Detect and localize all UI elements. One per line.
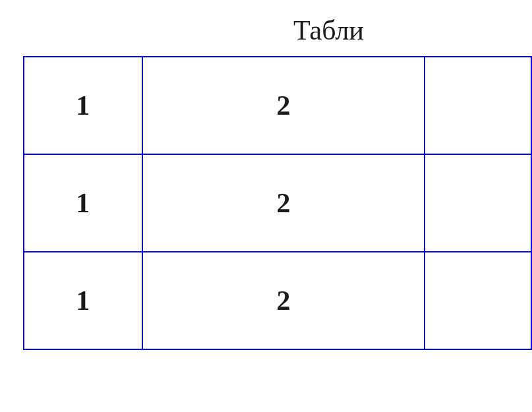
table-cell: 1 <box>24 154 142 252</box>
table-row: 1 2 <box>24 57 531 154</box>
table-cell <box>425 57 531 154</box>
table-cell: 1 <box>24 57 142 154</box>
data-table: 1 2 1 2 1 2 <box>23 56 532 350</box>
table-row: 1 2 <box>24 154 531 252</box>
table-title: Табли <box>293 15 364 46</box>
table-row: 1 2 <box>24 252 531 349</box>
table-cell: 2 <box>142 252 425 349</box>
table-cell: 2 <box>142 57 425 154</box>
table-cell <box>425 252 531 349</box>
table-cell: 2 <box>142 154 425 252</box>
table-cell <box>425 154 531 252</box>
table-cell: 1 <box>24 252 142 349</box>
table-container: 1 2 1 2 1 2 <box>23 56 532 350</box>
